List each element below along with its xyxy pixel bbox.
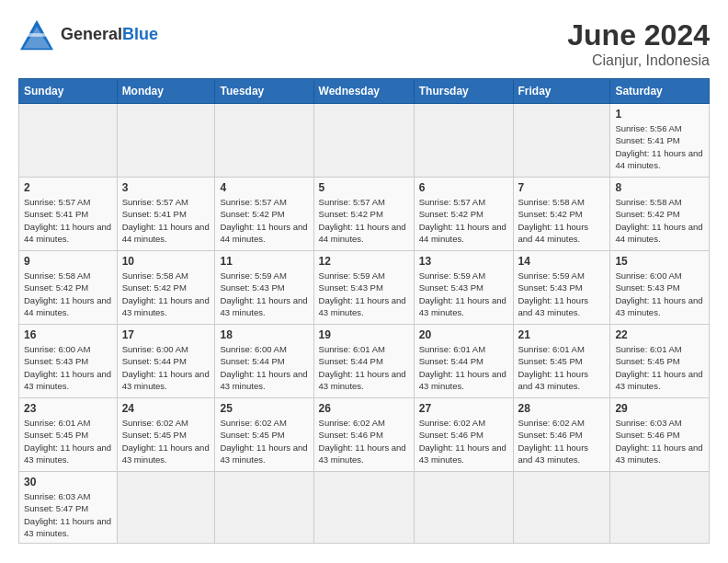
day-info: Sunrise: 5:57 AM Sunset: 5:42 PM Dayligh… [319,196,409,245]
table-row: 27 Sunrise: 6:02 AM Sunset: 5:46 PM Dayl… [414,398,513,472]
page-header: GeneralBlue June 2024 Cianjur, Indonesia [18,18,710,69]
title-block: June 2024 Cianjur, Indonesia [567,18,710,69]
table-row: 22 Sunrise: 6:01 AM Sunset: 5:45 PM Dayl… [610,325,710,398]
table-row: 13 Sunrise: 5:59 AM Sunset: 5:43 PM Dayl… [414,251,513,325]
day-info: Sunrise: 6:02 AM Sunset: 5:45 PM Dayligh… [220,417,308,465]
table-row [313,104,414,178]
day-number: 14 [518,255,606,268]
table-row: 26 Sunrise: 6:02 AM Sunset: 5:46 PM Dayl… [313,398,414,472]
day-number: 7 [518,181,606,194]
logo-icon [18,18,55,52]
header-friday: Friday [513,79,610,104]
day-info: Sunrise: 5:59 AM Sunset: 5:43 PM Dayligh… [518,270,606,318]
day-number: 12 [319,255,409,268]
day-number: 11 [220,255,308,268]
header-tuesday: Tuesday [215,79,313,104]
table-row: 16 Sunrise: 6:00 AM Sunset: 5:43 PM Dayl… [19,325,118,398]
logo-blue: Blue [122,25,158,43]
table-row [414,472,513,544]
day-number: 17 [122,328,210,341]
day-info: Sunrise: 6:01 AM Sunset: 5:44 PM Dayligh… [319,343,409,392]
day-info: Sunrise: 5:59 AM Sunset: 5:43 PM Dayligh… [419,270,508,318]
location-subtitle: Cianjur, Indonesia [567,52,710,69]
day-number: 20 [419,328,508,341]
day-info: Sunrise: 5:58 AM Sunset: 5:42 PM Dayligh… [615,196,704,245]
day-number: 10 [122,255,210,268]
table-row: 19 Sunrise: 6:01 AM Sunset: 5:44 PM Dayl… [313,325,414,398]
day-number: 2 [24,181,112,194]
day-number: 27 [419,402,508,415]
header-wednesday: Wednesday [313,79,414,104]
day-number: 26 [319,402,409,415]
table-row: 7 Sunrise: 5:58 AM Sunset: 5:42 PM Dayli… [513,178,610,251]
day-info: Sunrise: 5:57 AM Sunset: 5:42 PM Dayligh… [419,196,508,245]
day-info: Sunrise: 5:57 AM Sunset: 5:42 PM Dayligh… [220,196,308,245]
day-info: Sunrise: 6:00 AM Sunset: 5:44 PM Dayligh… [122,343,210,392]
table-row: 8 Sunrise: 5:58 AM Sunset: 5:42 PM Dayli… [610,178,710,251]
table-row: 28 Sunrise: 6:02 AM Sunset: 5:46 PM Dayl… [513,398,610,472]
day-number: 30 [24,476,112,488]
day-info: Sunrise: 5:58 AM Sunset: 5:42 PM Dayligh… [122,270,210,318]
table-row [117,472,215,544]
day-number: 13 [419,255,508,268]
table-row [19,104,118,178]
header-saturday: Saturday [610,79,710,104]
table-row: 29 Sunrise: 6:03 AM Sunset: 5:46 PM Dayl… [610,398,710,472]
day-number: 16 [24,328,112,341]
table-row: 11 Sunrise: 5:59 AM Sunset: 5:43 PM Dayl… [215,251,313,325]
day-number: 25 [220,402,308,415]
logo-text: GeneralBlue [61,26,158,44]
logo: GeneralBlue [18,18,158,52]
day-info: Sunrise: 6:01 AM Sunset: 5:45 PM Dayligh… [615,343,704,392]
day-number: 6 [419,181,508,194]
table-row: 18 Sunrise: 6:00 AM Sunset: 5:44 PM Dayl… [215,325,313,398]
table-row: 21 Sunrise: 6:01 AM Sunset: 5:45 PM Dayl… [513,325,610,398]
day-number: 21 [518,328,606,341]
table-row: 3 Sunrise: 5:57 AM Sunset: 5:41 PM Dayli… [117,178,215,251]
day-info: Sunrise: 6:02 AM Sunset: 5:45 PM Dayligh… [122,417,210,465]
day-info: Sunrise: 6:00 AM Sunset: 5:43 PM Dayligh… [24,343,112,392]
header-monday: Monday [117,79,215,104]
day-number: 28 [518,402,606,415]
day-info: Sunrise: 5:57 AM Sunset: 5:41 PM Dayligh… [24,196,112,245]
table-row: 2 Sunrise: 5:57 AM Sunset: 5:41 PM Dayli… [19,178,118,251]
calendar-header-row: Sunday Monday Tuesday Wednesday Thursday… [19,79,710,104]
calendar-table: Sunday Monday Tuesday Wednesday Thursday… [18,78,710,544]
day-number: 3 [122,181,210,194]
day-info: Sunrise: 5:57 AM Sunset: 5:41 PM Dayligh… [122,196,210,245]
day-number: 24 [122,402,210,415]
day-number: 15 [615,255,704,268]
table-row: 20 Sunrise: 6:01 AM Sunset: 5:44 PM Dayl… [414,325,513,398]
day-info: Sunrise: 6:01 AM Sunset: 5:44 PM Dayligh… [419,343,508,392]
month-title: June 2024 [567,18,710,52]
day-number: 9 [24,255,112,268]
table-row: 17 Sunrise: 6:00 AM Sunset: 5:44 PM Dayl… [117,325,215,398]
day-info: Sunrise: 6:01 AM Sunset: 5:45 PM Dayligh… [24,417,112,465]
day-info: Sunrise: 5:58 AM Sunset: 5:42 PM Dayligh… [518,196,606,245]
table-row: 15 Sunrise: 6:00 AM Sunset: 5:43 PM Dayl… [610,251,710,325]
day-info: Sunrise: 6:02 AM Sunset: 5:46 PM Dayligh… [319,417,409,465]
day-info: Sunrise: 6:00 AM Sunset: 5:43 PM Dayligh… [615,270,704,318]
table-row: 23 Sunrise: 6:01 AM Sunset: 5:45 PM Dayl… [19,398,118,472]
day-info: Sunrise: 6:03 AM Sunset: 5:46 PM Dayligh… [615,417,704,465]
table-row [610,472,710,544]
table-row [215,104,313,178]
day-info: Sunrise: 5:56 AM Sunset: 5:41 PM Dayligh… [615,122,704,171]
table-row: 12 Sunrise: 5:59 AM Sunset: 5:43 PM Dayl… [313,251,414,325]
table-row [513,104,610,178]
table-row: 4 Sunrise: 5:57 AM Sunset: 5:42 PM Dayli… [215,178,313,251]
day-number: 22 [615,328,704,341]
table-row: 6 Sunrise: 5:57 AM Sunset: 5:42 PM Dayli… [414,178,513,251]
table-row [414,104,513,178]
header-thursday: Thursday [414,79,513,104]
table-row: 1 Sunrise: 5:56 AM Sunset: 5:41 PM Dayli… [610,104,710,178]
table-row [313,472,414,544]
table-row [513,472,610,544]
table-row: 25 Sunrise: 6:02 AM Sunset: 5:45 PM Dayl… [215,398,313,472]
day-number: 19 [319,328,409,341]
table-row: 10 Sunrise: 5:58 AM Sunset: 5:42 PM Dayl… [117,251,215,325]
day-number: 8 [615,181,704,194]
day-number: 4 [220,181,308,194]
day-number: 1 [615,108,704,121]
table-row [215,472,313,544]
